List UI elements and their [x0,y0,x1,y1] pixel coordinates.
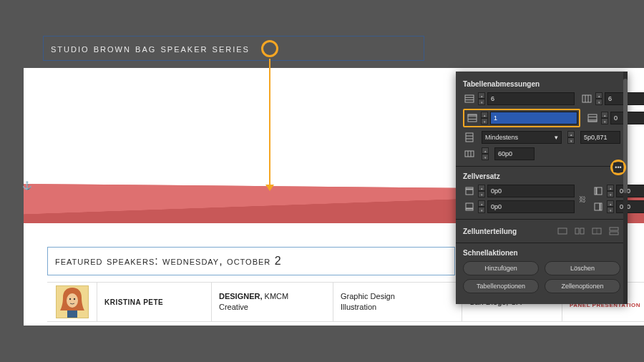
svg-rect-13 [588,119,597,122]
cell-avatar [47,283,97,321]
split-horizontal-icon[interactable] [608,225,620,237]
footer-rows-stepper[interactable]: ▴▾ [601,112,608,124]
role-line2: Creative [219,302,248,313]
rows-input[interactable] [487,92,575,105]
svg-rect-34 [610,228,618,230]
unmerge-icon[interactable] [590,225,603,237]
split-vertical-icon[interactable] [573,225,586,237]
section-inset-title: Zellversatz [463,172,620,180]
inset-top-input[interactable] [487,185,575,197]
svg-point-2 [73,298,74,300]
role-company: KMCM [263,292,289,300]
row-height-input[interactable] [580,131,620,144]
cell-options-button[interactable]: Zellenoptionen [545,279,620,293]
inset-right-input[interactable] [616,200,644,213]
inset-right-icon [592,200,605,213]
row-height-icon [463,131,476,144]
annotation-line [269,59,270,186]
section-header-cell[interactable]: featured speakers: wednesday, october 2 [47,247,455,275]
skill-1: Graphic Design [341,291,395,302]
panel-scrollbar[interactable] [623,72,628,304]
inset-bottom-stepper[interactable]: ▴▾ [478,200,485,213]
svg-point-0 [67,293,78,308]
title-selection-box[interactable]: studio brown bag speaker series [43,36,424,61]
section-subdivide-title: Zellunterteilung [463,228,517,235]
header-rows-input[interactable] [490,112,577,124]
section-quick-title: Schnellaktionen [463,249,620,257]
table-panel: Tabellenabmessungen ▴▾ ▴▾ ▴▾ ▴▾ Mindeste… [456,72,628,304]
table-width-stepper[interactable]: ▴▾ [482,147,489,160]
svg-rect-3 [465,95,474,102]
inset-top-stepper[interactable]: ▴▾ [478,185,485,197]
inset-bottom-input[interactable] [487,200,575,213]
footer-rows-icon [586,112,599,124]
cell-skill: Graphic Design Illustration [333,283,462,321]
row-height-mode-select[interactable]: Mindestens▾ [482,131,562,144]
svg-rect-30 [575,228,579,234]
add-button[interactable]: Hinzufügen [463,261,539,275]
rows-stepper[interactable]: ▴▾ [478,92,485,105]
rows-icon [463,92,476,105]
cell-role: DESIGNER, KMCM Creative [212,283,333,321]
annotation-circle [261,40,278,57]
avatar-image [56,285,89,318]
inset-link-icon[interactable]: ⛓ [577,188,587,210]
cols-icon [580,92,593,105]
cols-stepper[interactable]: ▴▾ [595,92,602,105]
svg-rect-18 [465,151,474,157]
table-width-input[interactable] [494,147,535,160]
svg-point-1 [69,298,70,300]
table-options-button[interactable]: Tabellenoptionen [463,279,539,293]
header-rows-icon [466,112,479,124]
inset-left-input[interactable] [616,185,644,197]
section-header-text: featured speakers: wednesday, october 2 [55,255,282,268]
svg-rect-35 [610,232,618,235]
cell-name: KRISTINA PETE [97,283,212,321]
delete-button[interactable]: Löschen [545,261,620,275]
svg-rect-10 [468,114,477,117]
role-title: DESIGNER, [219,292,263,300]
inset-left-stepper[interactable]: ▴▾ [607,185,614,197]
inset-bottom-icon [463,200,476,213]
svg-rect-6 [582,95,591,102]
inset-left-icon [592,185,605,197]
annotation-more-circle: ••• [610,160,626,175]
anchor-icon: ⚓ [22,181,32,190]
panel-more-button[interactable]: ••• [613,162,623,172]
inset-right-stepper[interactable]: ▴▾ [607,200,614,213]
svg-rect-31 [580,228,584,234]
section-dimensions-title: Tabellenabmessungen [463,80,620,88]
merge-cells-icon[interactable] [556,225,569,237]
inset-top-icon [463,185,476,197]
svg-rect-29 [558,228,567,234]
svg-rect-15 [466,133,473,142]
row-height-stepper[interactable]: ▴▾ [567,131,575,144]
page-title: studio brown bag speaker series [51,42,250,54]
skill-2: Illustration [341,302,376,313]
header-rows-stepper[interactable]: ▴▾ [481,112,488,124]
table-width-icon [463,147,476,160]
header-rows-highlight: ▴▾ [463,109,580,127]
annotation-arrowhead [265,185,274,191]
